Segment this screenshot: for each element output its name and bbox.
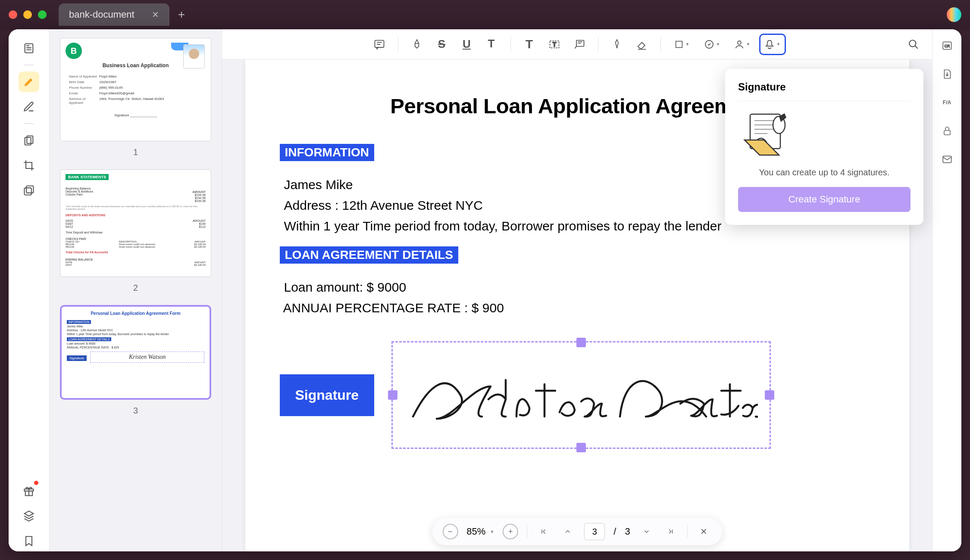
squiggly-icon[interactable]: T (481, 34, 503, 55)
svg-rect-0 (25, 44, 33, 53)
lock-icon[interactable] (939, 123, 955, 139)
page-input[interactable] (584, 523, 605, 540)
svg-rect-7 (375, 40, 384, 47)
next-page-button[interactable] (639, 524, 654, 539)
doc-loan-amount: Loan amount: $ 9000 (284, 280, 875, 295)
person-stamp-icon[interactable]: ▼ (729, 34, 756, 55)
rail-separator (24, 65, 34, 65)
bookmark-icon[interactable] (19, 531, 39, 551)
svg-rect-3 (25, 188, 31, 195)
bottom-bar: − 85%▼ + / 3 ✕ (432, 518, 722, 545)
popup-text: You can create up to 4 signatures. (738, 168, 911, 177)
resize-handle-south[interactable] (576, 443, 586, 452)
note-icon[interactable] (369, 34, 390, 55)
callout-icon[interactable] (569, 34, 590, 55)
thumb-number: 3 (60, 406, 211, 416)
thumbnails-icon[interactable] (19, 38, 39, 59)
tab-bar: bank-document ✕ + (59, 0, 185, 29)
signature-icon[interactable]: ▼ (759, 34, 786, 55)
close-tab-icon[interactable]: ✕ (152, 9, 159, 20)
section-header: LOAN AGREEMENT DETAILS (280, 246, 458, 264)
convert-icon[interactable]: F/A (939, 95, 955, 110)
email-icon[interactable] (939, 152, 955, 167)
resize-handle-west[interactable] (388, 390, 397, 400)
signature-box[interactable] (391, 341, 771, 449)
last-page-button[interactable] (663, 524, 679, 539)
rail-separator (24, 123, 34, 124)
svg-point-14 (909, 40, 916, 47)
popup-illustration-icon (738, 110, 911, 157)
minimize-window-button[interactable] (23, 10, 32, 19)
thumbnail-page-1[interactable]: B Business Loan Application Name of Appl… (60, 38, 211, 141)
zoom-in-button[interactable]: + (503, 524, 518, 539)
page-sep: / (613, 526, 616, 537)
main-area: S U T T T ▼ ▼ ▼ ▼ Personal Loan Applicat… (222, 29, 932, 551)
resize-handle-east[interactable] (765, 390, 774, 400)
prev-page-button[interactable] (560, 524, 576, 539)
highlight-icon[interactable] (406, 34, 428, 55)
zoom-level[interactable]: 85%▼ (466, 526, 494, 537)
left-rail (9, 29, 50, 551)
zoom-out-button[interactable]: − (442, 524, 458, 539)
svg-rect-19 (944, 131, 950, 135)
tab-title: bank-document (69, 9, 135, 20)
thumb-header: BANK STATEMENTS (66, 174, 109, 180)
titlebar: bank-document ✕ + (0, 0, 970, 29)
ocr-icon[interactable]: CR (939, 38, 955, 53)
thumbnail-page-3[interactable]: Personal Loan Application Agreement Form… (60, 305, 211, 400)
toolbar: S U T T T ▼ ▼ ▼ ▼ (222, 29, 932, 59)
thumb-logo-icon: B (66, 43, 82, 59)
svg-rect-11 (676, 41, 682, 47)
close-window-button[interactable] (9, 10, 17, 19)
gift-icon[interactable] (19, 481, 39, 501)
app-frame: B Business Loan Application Name of Appl… (9, 29, 961, 551)
section-header: INFORMATION (280, 144, 374, 161)
new-tab-button[interactable]: + (178, 8, 185, 22)
shape-icon[interactable]: ▼ (669, 34, 695, 55)
thumb-number: 2 (60, 283, 211, 293)
signature-popup: Signature You can create up to 4 signatu… (725, 69, 923, 225)
pen-icon[interactable] (606, 34, 628, 55)
edit-icon[interactable] (19, 96, 39, 117)
highlighter-icon[interactable] (19, 72, 39, 92)
svg-text:CR: CR (944, 44, 950, 48)
eraser-icon[interactable] (631, 34, 653, 55)
underline-icon[interactable]: U (456, 34, 478, 55)
svg-point-13 (738, 41, 741, 44)
svg-rect-20 (943, 156, 951, 162)
resize-handle-north[interactable] (576, 338, 586, 347)
close-bottombar-button[interactable]: ✕ (696, 524, 712, 539)
app-logo-icon[interactable] (947, 7, 961, 22)
signature-svg (404, 356, 758, 434)
strikethrough-icon[interactable]: S (431, 34, 453, 55)
thumb-number: 1 (60, 147, 211, 157)
maximize-window-button[interactable] (38, 10, 47, 19)
crop-icon[interactable] (19, 155, 39, 176)
textbox-icon[interactable]: T (544, 34, 565, 55)
titlebar-right (947, 7, 961, 22)
document-tab[interactable]: bank-document ✕ (59, 3, 169, 26)
total-pages: 3 (625, 526, 630, 537)
thumb-photo (183, 44, 205, 68)
signature-label: Signature (280, 374, 375, 416)
window-controls (9, 10, 47, 19)
layers-icon[interactable] (19, 506, 39, 526)
text-icon[interactable]: T (519, 34, 540, 55)
thumbnail-panel: B Business Loan Application Name of Appl… (50, 29, 222, 551)
compress-icon[interactable] (939, 66, 955, 82)
doc-apr: ANNUAI PERCENTAGE RATE : $ 900 (283, 301, 875, 315)
batch-icon[interactable] (19, 180, 39, 201)
svg-rect-4 (26, 186, 33, 193)
search-icon[interactable] (903, 34, 924, 55)
create-signature-button[interactable]: Create Signature (738, 187, 911, 212)
popup-title: Signature (738, 81, 911, 93)
right-rail: CR F/A (932, 29, 961, 551)
svg-text:T: T (552, 40, 556, 47)
thumbnail-page-2[interactable]: BANK STATEMENTS Beginning Balance Deposi… (60, 169, 211, 277)
stamp-icon[interactable]: ▼ (699, 34, 726, 55)
first-page-button[interactable] (536, 524, 551, 539)
pages-icon[interactable] (19, 130, 39, 151)
